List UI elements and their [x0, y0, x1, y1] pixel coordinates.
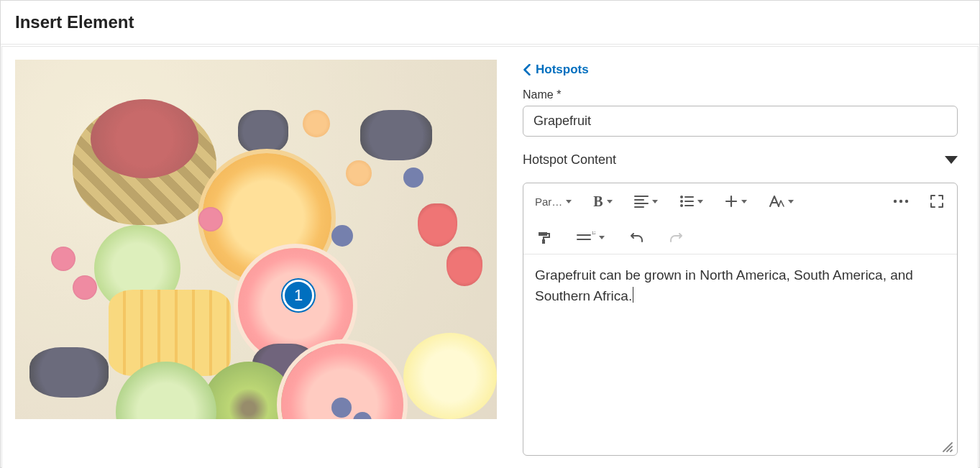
svg-rect-6: [542, 239, 545, 244]
editor-text: Grapefruit can be grown in North America…: [535, 267, 913, 303]
hotspot-content-label: Hotspot Content: [523, 152, 616, 168]
editor-resize-handle[interactable]: [941, 441, 953, 452]
font-dropdown[interactable]: [766, 191, 797, 212]
dialog-header: Insert Element: [1, 1, 979, 45]
chevron-down-icon: [652, 200, 658, 203]
ellipsis-icon: [893, 198, 909, 204]
dialog-insert-element: Insert Element: [0, 0, 980, 468]
svg-point-1: [680, 200, 683, 203]
svg-point-3: [894, 200, 897, 203]
svg-point-4: [899, 200, 902, 203]
hotspot-name-input[interactable]: [523, 106, 958, 137]
back-to-hotspots-link[interactable]: Hotspots: [523, 63, 958, 77]
equation-icon: 123: [577, 231, 595, 244]
font-icon: [769, 195, 784, 208]
name-field-group: Name *: [523, 88, 958, 137]
paragraph-style-label: Par…: [535, 196, 562, 208]
svg-point-0: [680, 196, 683, 198]
dialog-body: 1 Hotspots Name * Hotspot Content: [1, 46, 979, 468]
name-field-label: Name *: [523, 88, 958, 101]
fullscreen-button[interactable]: [925, 191, 948, 212]
back-link-label: Hotspots: [536, 63, 589, 77]
dialog-title: Insert Element: [15, 12, 965, 32]
editor-content-area[interactable]: Grapefruit can be grown in North America…: [523, 254, 957, 455]
hotspot-marker-1[interactable]: 1: [283, 280, 314, 311]
chevron-down-icon: [697, 200, 703, 203]
fullscreen-icon: [930, 194, 944, 208]
hotspot-marker-number: 1: [294, 286, 303, 305]
insert-dropdown[interactable]: [722, 191, 750, 212]
undo-icon: [631, 231, 645, 244]
editor-toolbar: Par… B: [523, 183, 957, 254]
format-painter-icon: [536, 230, 551, 244]
svg-point-2: [680, 204, 683, 207]
undo-button[interactable]: [626, 226, 649, 248]
more-actions-button[interactable]: [889, 191, 912, 212]
hotspot-editor-pane: Hotspots Name * Hotspot Content Par…: [523, 60, 965, 456]
hotspot-content-section-toggle[interactable]: Hotspot Content: [523, 152, 958, 171]
bullet-list-icon: [679, 195, 694, 208]
paragraph-style-dropdown[interactable]: Par…: [532, 191, 574, 212]
chevron-down-icon: [945, 156, 958, 164]
bold-icon: B: [593, 194, 603, 208]
rich-text-editor: Par… B: [523, 183, 958, 456]
redo-button[interactable]: [664, 226, 687, 248]
chevron-left-icon: [523, 64, 531, 75]
chevron-down-icon: [566, 200, 572, 203]
svg-point-5: [905, 200, 908, 203]
hotspot-image-canvas[interactable]: 1: [15, 60, 497, 419]
chevron-down-icon: [788, 200, 794, 203]
format-painter-button[interactable]: [532, 226, 555, 248]
text-cursor: [633, 287, 633, 303]
chevron-down-icon: [599, 236, 605, 239]
svg-text:123: 123: [592, 231, 595, 235]
plus-icon: [725, 195, 738, 208]
bold-button[interactable]: B: [590, 191, 615, 212]
align-left-icon: [634, 195, 649, 208]
chevron-down-icon: [607, 200, 613, 203]
align-dropdown[interactable]: [631, 191, 661, 212]
list-dropdown[interactable]: [677, 191, 706, 212]
chevron-down-icon: [741, 200, 747, 203]
equation-dropdown[interactable]: 123: [574, 226, 608, 248]
fruit-platter-image: [15, 60, 497, 419]
redo-icon: [668, 231, 682, 244]
